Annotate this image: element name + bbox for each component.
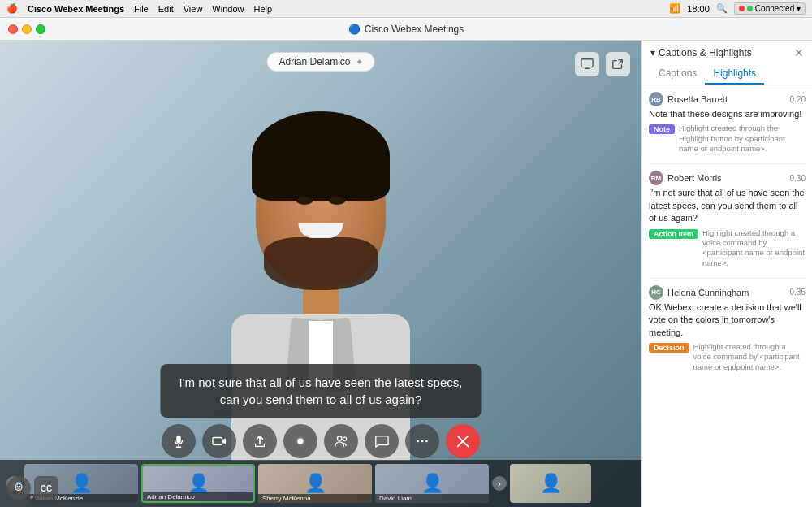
traffic-lights — [8, 24, 45, 34]
record-button[interactable] — [283, 424, 317, 458]
window-title-bar: 🔵 Cisco Webex Meetings — [0, 18, 812, 41]
avatar-hc: HC — [649, 285, 663, 300]
thumbnail-4[interactable]: 👤 David Liam — [375, 464, 489, 503]
tab-captions[interactable]: Captions — [650, 63, 705, 84]
thumbnail-2[interactable]: 👤 Adrian Delamico — [141, 464, 255, 503]
popout-icon[interactable] — [606, 52, 630, 76]
connected-label: Connected ▾ — [755, 4, 801, 13]
thumb-label-4: David Liam — [375, 494, 489, 503]
menu-file[interactable]: File — [134, 4, 149, 14]
bottom-left-icons: CC — [6, 476, 58, 500]
share-button[interactable] — [243, 424, 277, 458]
divider-1 — [649, 163, 806, 164]
svg-point-11 — [19, 486, 21, 488]
highlight-text-1: Note that these designs are improving! — [649, 108, 806, 120]
main-content: Adrian Delamico ✦ — [0, 41, 812, 507]
time-display: 18:00 — [687, 4, 710, 14]
robot-icon-button[interactable] — [6, 476, 31, 500]
participant-badge: Adrian Delamico ✦ — [266, 52, 374, 72]
svg-point-8 — [425, 440, 428, 443]
highlight-entry-1: RB Rosetta Barrett 0.20 Note that these … — [649, 92, 806, 154]
highlight-desc-3: Highlight created through a voice comman… — [693, 342, 806, 372]
highlight-tag-row-2: Action Item Highlight created through a … — [649, 228, 806, 268]
thumb-name-4: David Liam — [379, 495, 412, 502]
connected-badge: Connected ▾ — [734, 2, 806, 15]
camera-button[interactable] — [202, 424, 236, 458]
thumb-name-3: Sherry McKenna — [262, 495, 311, 502]
highlight-entry-2: RM Robert Morris 0.30 I'm not sure that … — [649, 171, 806, 268]
tag-decision-3: Decision — [649, 343, 689, 353]
svg-point-4 — [338, 436, 342, 440]
search-icon[interactable]: 🔍 — [716, 3, 728, 14]
right-panel: ▾ Captions & Highlights ✕ Captions Highl… — [641, 41, 812, 507]
menu-items: File Edit View Window Help — [134, 4, 272, 14]
highlight-header-3: HC Helena Cunningham 0.35 — [649, 285, 806, 300]
thumbnail-5[interactable]: 👤 — [510, 464, 591, 503]
highlight-tag-row-3: Decision Highlight created through a voi… — [649, 342, 806, 372]
mute-button[interactable] — [162, 424, 196, 458]
highlight-text-3: OK Webex, create a decision that we'll v… — [649, 301, 806, 339]
highlight-header-1: RB Rosetta Barrett 0.20 — [649, 92, 806, 106]
svg-point-3 — [297, 438, 303, 444]
thumb-nav-next[interactable]: › — [492, 476, 507, 491]
end-call-button[interactable] — [446, 424, 480, 458]
svg-point-7 — [421, 440, 424, 443]
window-title: 🔵 Cisco Webex Meetings — [348, 24, 464, 35]
panel-tabs: Captions Highlights — [650, 63, 804, 84]
panel-title-row: ▾ Captions & Highlights ✕ — [650, 47, 804, 58]
tag-action-2: Action Item — [649, 229, 698, 239]
highlight-desc-2: Highlight created through a voice comman… — [702, 228, 806, 268]
webex-icon: 🔵 — [348, 24, 361, 35]
thumbnail-3[interactable]: 👤 Sherry McKenna — [258, 464, 372, 503]
dot-red — [739, 6, 745, 11]
screen-share-icon[interactable] — [575, 52, 599, 76]
svg-rect-0 — [581, 59, 593, 67]
menu-bar: 🍎 Cisco Webex Meetings File Edit View Wi… — [0, 0, 812, 18]
participant-name: Adrian Delamico — [279, 56, 350, 67]
highlight-desc-1: Highlight created through the Highlight … — [679, 124, 806, 154]
divider-2 — [649, 278, 806, 279]
svg-point-5 — [343, 437, 347, 441]
video-area: Adrian Delamico ✦ — [0, 41, 641, 507]
participants-button[interactable] — [324, 424, 358, 458]
cc-icon-button[interactable]: CC — [34, 476, 58, 500]
avatar-rb: RB — [649, 92, 663, 106]
menu-view[interactable]: View — [184, 4, 203, 14]
avatar-rm: RM — [649, 171, 663, 185]
panel-header: ▾ Captions & Highlights ✕ Captions Highl… — [642, 41, 812, 85]
thumb-label-2: Adrian Delamico — [143, 492, 253, 501]
thumbnail-strip: ‹ 👤 🎤 Julian McKenzie 👤 Adrian Delamico … — [0, 460, 641, 507]
chat-button[interactable] — [365, 424, 399, 458]
menu-bar-right: 📶 18:00 🔍 Connected ▾ — [669, 2, 806, 15]
highlight-time-2: 0.30 — [790, 174, 806, 183]
highlight-name-2: Robert Morris — [667, 173, 786, 183]
apple-menu[interactable]: 🍎 — [6, 3, 18, 14]
tab-highlights[interactable]: Highlights — [705, 63, 764, 84]
svg-point-6 — [417, 440, 419, 443]
highlight-name-3: Helena Cunningham — [667, 288, 786, 297]
close-button[interactable] — [8, 24, 18, 34]
dot-green — [747, 6, 753, 11]
highlight-time-1: 0.20 — [790, 95, 806, 104]
thumb-name-2: Adrian Delamico — [147, 493, 195, 500]
app-name: Cisco Webex Meetings — [28, 4, 124, 14]
thumb-face-5: 👤 — [510, 464, 591, 503]
svg-point-9 — [15, 483, 22, 490]
caption-text: I'm not sure that all of us have seen th… — [179, 375, 463, 406]
panel-close-button[interactable]: ✕ — [794, 47, 804, 58]
highlight-name-1: Rosetta Barrett — [667, 94, 786, 104]
video-top-right-controls — [575, 52, 630, 76]
svg-point-10 — [17, 486, 19, 488]
menu-help[interactable]: Help — [253, 4, 272, 14]
menu-edit[interactable]: Edit — [158, 4, 174, 14]
minimize-button[interactable] — [22, 24, 32, 34]
tag-note-1: Note — [649, 124, 675, 134]
more-button[interactable] — [405, 424, 439, 458]
highlight-header-2: RM Robert Morris 0.30 — [649, 171, 806, 185]
menu-window[interactable]: Window — [212, 4, 244, 14]
highlight-time-3: 0.35 — [790, 288, 806, 297]
highlights-list: RB Rosetta Barrett 0.20 Note that these … — [642, 85, 812, 507]
chevron-down-icon: ▾ — [650, 47, 655, 58]
fullscreen-button[interactable] — [36, 24, 45, 34]
highlight-tag-row-1: Note Highlight created through the Highl… — [649, 124, 806, 154]
